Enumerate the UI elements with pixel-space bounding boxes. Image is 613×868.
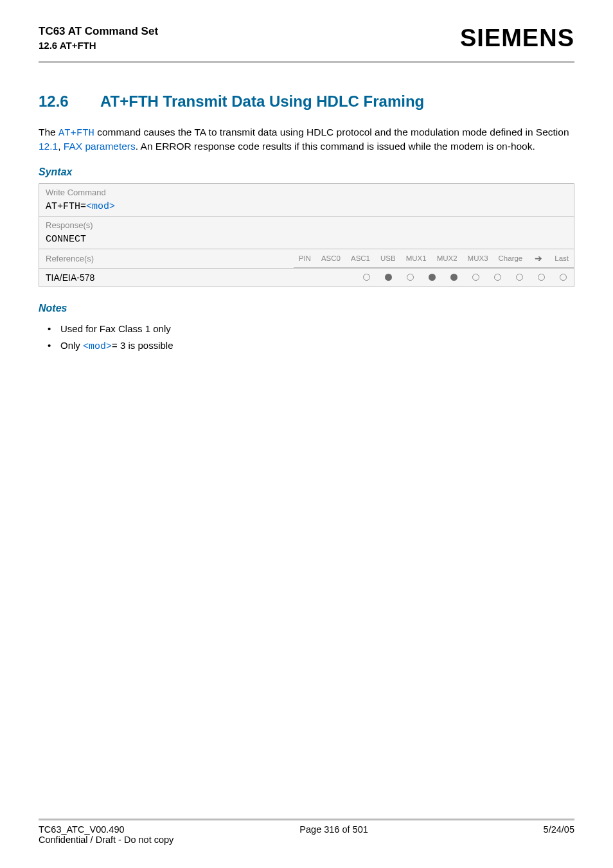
response-value: CONNECT	[46, 234, 567, 245]
col-charge: Charge	[493, 249, 528, 268]
footer-right: 5/24/05	[544, 824, 574, 835]
write-command-prefix: AT+FTH=	[46, 201, 86, 212]
val-asc0	[377, 270, 399, 286]
reference-row: Reference(s) PIN ASC0 ASC1 USB MUX1 MUX2…	[39, 249, 574, 268]
intro-mid1: command causes the TA to transmit data u…	[94, 127, 569, 137]
footer-row: TC63_ATC_V00.490 Page 316 of 501 5/24/05	[39, 824, 574, 835]
footer-divider	[39, 819, 574, 820]
doc-subtitle: 12.6 AT+FTH	[39, 39, 158, 52]
syntax-heading: Syntax	[39, 166, 574, 178]
doc-title: TC63 AT Command Set	[39, 24, 158, 39]
references-label: Reference(s)	[46, 254, 287, 263]
brand-logo: SIEMENS	[460, 24, 574, 52]
col-arrow: ➔	[528, 249, 549, 268]
note-item-1: Used for Fax Class 1 only	[48, 321, 574, 337]
dot-filled-icon	[385, 274, 392, 281]
applicability-header-row: PIN ASC0 ASC1 USB MUX1 MUX2 MUX3 Charge …	[294, 249, 574, 268]
footer-left: TC63_ATC_V00.490	[39, 824, 125, 835]
col-asc1: ASC1	[346, 249, 375, 268]
note-2-param[interactable]: <mod>	[83, 341, 112, 352]
val-charge	[508, 270, 530, 286]
cmd-link[interactable]: AT+FTH	[58, 127, 94, 139]
notes-list: Used for Fax Class 1 only Only <mod>= 3 …	[39, 321, 574, 355]
val-last	[552, 270, 574, 286]
reference-value-row: TIA/EIA-578	[39, 268, 574, 287]
val-mux2	[465, 270, 486, 286]
dot-empty-icon	[472, 274, 479, 281]
write-command-label: Write Command	[46, 188, 567, 197]
footer-center: Page 316 of 501	[299, 824, 368, 835]
response-row: Response(s) CONNECT	[39, 216, 574, 249]
response-label: Response(s)	[46, 220, 567, 230]
applicability-value-row	[355, 270, 574, 286]
note-item-2: Only <mod>= 3 is possible	[48, 337, 574, 355]
val-arrow	[530, 270, 552, 286]
val-asc1	[399, 270, 421, 286]
dot-filled-icon	[450, 274, 458, 281]
page-root: TC63 AT Command Set 12.6 AT+FTH SIEMENS …	[0, 0, 613, 868]
dot-empty-icon	[407, 274, 414, 281]
note-1-text: Used for Fax Class 1 only	[60, 323, 171, 334]
col-mux2: MUX2	[432, 249, 463, 268]
notes-heading: Notes	[39, 303, 574, 314]
page-header: TC63 AT Command Set 12.6 AT+FTH SIEMENS	[39, 24, 574, 57]
dot-empty-icon	[560, 274, 567, 281]
val-usb	[421, 270, 443, 286]
arrow-icon: ➔	[535, 253, 542, 263]
reference-left: Reference(s)	[39, 250, 294, 267]
header-divider	[39, 61, 574, 63]
applicability-values	[355, 270, 574, 286]
val-pin	[355, 270, 377, 286]
write-command-param[interactable]: <mod>	[86, 201, 115, 212]
syntax-box: Write Command AT+FTH=<mod> Response(s) C…	[39, 183, 574, 287]
col-last: Last	[549, 249, 574, 268]
write-command-row: Write Command AT+FTH=<mod>	[39, 184, 574, 216]
dot-filled-icon	[429, 274, 436, 281]
note-2-post: = 3 is possible	[112, 340, 173, 351]
col-usb: USB	[375, 249, 401, 268]
col-asc0: ASC0	[316, 249, 346, 268]
section-ref-link[interactable]: 12.1	[39, 141, 58, 152]
intro-tail: . An ERROR response code results if this…	[136, 141, 535, 152]
header-left: TC63 AT Command Set 12.6 AT+FTH	[39, 24, 158, 52]
page-footer: TC63_ATC_V00.490 Page 316 of 501 5/24/05…	[39, 819, 574, 845]
fax-params-link[interactable]: FAX parameters	[64, 141, 136, 152]
val-mux3	[486, 270, 508, 286]
dot-empty-icon	[363, 274, 370, 281]
note-2-pre: Only	[60, 340, 83, 351]
dot-empty-icon	[494, 274, 501, 281]
section-title-text: AT+FTH Transmit Data Using HDLC Framing	[100, 93, 424, 111]
intro-paragraph: The AT+FTH command causes the TA to tran…	[39, 126, 574, 154]
intro-pre: The	[39, 127, 58, 137]
intro-mid2: ,	[58, 141, 64, 152]
footer-sub: Confidential / Draft - Do not copy	[39, 835, 574, 845]
col-mux3: MUX3	[463, 249, 493, 268]
val-mux1	[443, 270, 465, 286]
col-mux1: MUX1	[401, 249, 432, 268]
reference-value: TIA/EIA-578	[39, 269, 355, 287]
col-pin: PIN	[294, 249, 316, 268]
dot-empty-icon	[516, 274, 523, 281]
dot-empty-icon	[538, 274, 545, 281]
write-command-value: AT+FTH=<mod>	[46, 201, 567, 212]
applicability-table: PIN ASC0 ASC1 USB MUX1 MUX2 MUX3 Charge …	[294, 249, 574, 268]
section-heading: 12.6 AT+FTH Transmit Data Using HDLC Fra…	[39, 93, 574, 111]
section-number: 12.6	[39, 93, 77, 111]
